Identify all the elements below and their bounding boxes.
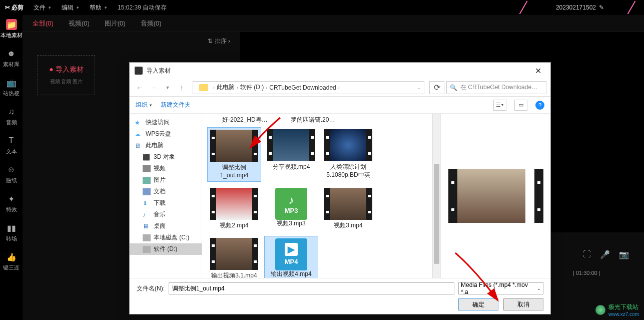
preview-thumbnail xyxy=(448,169,543,223)
scrollbar[interactable] xyxy=(432,114,440,278)
smiley-icon: ☻ xyxy=(6,48,17,59)
camera-icon[interactable]: 📷 xyxy=(619,250,629,259)
tab-image[interactable]: 图片(0) xyxy=(105,19,126,28)
edit-icon[interactable]: ✎ xyxy=(599,4,604,11)
sidebar-triple[interactable]: 👍键三连 xyxy=(0,251,23,271)
pc-icon: 🖥 xyxy=(135,142,143,149)
new-folder-button[interactable]: 新建文件夹 xyxy=(161,101,191,109)
file-label: 人类清除计划5.1080p.BD中英 xyxy=(322,163,374,179)
file-item[interactable]: 分享视频.mp4 xyxy=(264,127,318,182)
sidebar-hot-meme[interactable]: 📺站热梗 xyxy=(0,77,23,97)
scroll-thumb[interactable] xyxy=(434,164,439,264)
filetype-select[interactable]: Media Files (*.mp4 *.mov *.a⌄ xyxy=(458,282,543,294)
folder-tree: ★快速访问 ☁WPS云盘 🖥此电脑 ⬛3D 对象 视频 图片 文档 ⬇下载 ♪音… xyxy=(130,114,202,278)
nav-forward-icon[interactable]: → xyxy=(148,82,160,94)
refresh-button[interactable]: ⟳ xyxy=(429,81,444,94)
crumb-pc[interactable]: 此电脑 xyxy=(217,83,235,92)
accent-decoration xyxy=(627,1,636,15)
tree-quick-access[interactable]: ★快速访问 xyxy=(130,117,202,128)
nav-up-icon[interactable]: ↑ xyxy=(176,82,188,94)
tree-desktop[interactable]: 🖥桌面 xyxy=(130,220,202,232)
tree-music[interactable]: ♪音乐 xyxy=(130,209,202,220)
file-item[interactable]: 视频2.mp4 xyxy=(207,186,261,232)
filename-label: 文件名(N): xyxy=(137,284,165,293)
tree-documents[interactable]: 文档 xyxy=(130,186,202,197)
close-icon[interactable]: ✕ xyxy=(531,66,545,76)
menu-edit[interactable]: 编辑▼ xyxy=(62,4,80,12)
filename-input[interactable] xyxy=(169,282,454,294)
file-label: 视频3.mp4 xyxy=(334,222,362,230)
tree-3d-objects[interactable]: ⬛3D 对象 xyxy=(130,151,202,163)
video-thumbnail xyxy=(324,129,372,161)
folder-icon: 📁 xyxy=(6,19,17,30)
sidebar-material-lib[interactable]: ☻素材库 xyxy=(0,48,23,68)
sidebar-audio[interactable]: ♫音频 xyxy=(0,106,23,126)
left-sidebar: 📁本地素材 ☻素材库 📺站热梗 ♫音频 T文本 ☺贴纸 ✦特效 ▮▮转场 👍键三… xyxy=(0,15,23,320)
tab-video[interactable]: 视频(0) xyxy=(69,19,90,28)
crop-icon[interactable]: ⛶ xyxy=(583,250,591,259)
view-mode-button[interactable]: ☰ ▼ xyxy=(493,100,506,111)
plus-icon: ● 导入素材 xyxy=(49,65,83,74)
project-name[interactable]: 202302171502 ✎ xyxy=(556,4,604,11)
file-item[interactable]: MP3视频3.mp3 xyxy=(264,186,318,232)
tree-wps-cloud[interactable]: ☁WPS云盘 xyxy=(130,128,202,140)
transition-icon: ▮▮ xyxy=(6,222,17,233)
drive-icon xyxy=(143,246,151,253)
search-input[interactable]: 🔍 在 CRTubeGet Downloade… xyxy=(446,81,546,94)
import-sub: 视频 音频 图片 xyxy=(50,78,83,85)
import-dropzone[interactable]: ● 导入素材 视频 音频 图片 xyxy=(38,55,95,95)
video-thumbnail xyxy=(324,188,372,220)
thumb-icon: 👍 xyxy=(6,251,17,262)
sidebar-sticker[interactable]: ☺贴纸 xyxy=(0,164,23,184)
video-thumbnail xyxy=(210,188,258,220)
nav-back-icon[interactable]: ← xyxy=(134,82,146,94)
mic-icon[interactable]: 🎤 xyxy=(600,250,610,259)
sort-button[interactable]: ⇅ 排序 › xyxy=(208,37,230,46)
tab-all[interactable]: 全部(0) xyxy=(33,19,54,28)
sidebar-text[interactable]: T文本 xyxy=(0,135,23,155)
ok-button[interactable]: 确定 xyxy=(458,298,498,310)
file-label: 输出视频4.mp4 xyxy=(271,270,311,278)
menu-file[interactable]: 文件▼ xyxy=(34,4,52,12)
file-label: 输出视频3.1.mp4 xyxy=(211,272,257,278)
file-item[interactable]: 输出视频3.1.mp4 xyxy=(207,236,261,278)
sidebar-transition[interactable]: ▮▮转场 xyxy=(0,222,23,242)
file-list[interactable]: 好-2022_HD粤… 罗的匹诺曹.20… 调整比例1_out.mp4分享视频.… xyxy=(202,114,432,278)
mp4-icon: MP4 xyxy=(275,238,307,270)
crumb-drive[interactable]: 软件 (D:) xyxy=(240,83,264,92)
desktop-icon: 🖥 xyxy=(143,223,151,230)
video-thumbnail xyxy=(210,130,258,162)
music-icon: ♫ xyxy=(6,106,17,117)
tab-audio[interactable]: 音频(0) xyxy=(141,19,162,28)
tree-videos[interactable]: 视频 xyxy=(130,163,202,174)
sidebar-local-material[interactable]: 📁本地素材 xyxy=(0,19,23,39)
breadcrumb[interactable]: › 此电脑 › 软件 (D:) › CRTubeGet Downloaded ›… xyxy=(193,81,424,94)
nav-recent-icon[interactable]: ▼ xyxy=(162,82,174,94)
chevron-down-icon[interactable]: ⌄ xyxy=(417,85,421,90)
cancel-button[interactable]: 取消 xyxy=(503,298,543,310)
tree-drive-c[interactable]: 本地磁盘 (C:) xyxy=(130,232,202,243)
menu-help[interactable]: 帮助▼ xyxy=(90,4,108,12)
tree-pictures[interactable]: 图片 xyxy=(130,174,202,186)
preview-toggle-button[interactable]: ▭ xyxy=(514,100,527,111)
sidebar-effects[interactable]: ✦特效 xyxy=(0,193,23,213)
tree-this-pc[interactable]: 🖥此电脑 xyxy=(130,140,202,151)
tree-drive-d[interactable]: 软件 (D:) xyxy=(130,243,202,255)
watermark-logo-icon xyxy=(595,305,605,315)
timeline-ruler: | 01:30:00 | xyxy=(573,270,600,276)
timeline-controls: ⛶ 🎤 📷 xyxy=(583,250,629,259)
file-item[interactable]: 视频3.mp4 xyxy=(321,186,375,232)
file-item[interactable]: 调整比例1_out.mp4 xyxy=(207,127,261,182)
material-tabs: 全部(0) 视频(0) 图片(0) 音频(0) xyxy=(23,15,644,32)
organize-button[interactable]: 组织▼ xyxy=(136,101,153,109)
help-button[interactable]: ? xyxy=(535,101,544,110)
cube-icon: ⬛ xyxy=(143,154,151,161)
file-open-dialog: 导入素材 ✕ ← → ▼ ↑ › 此电脑 › 软件 (D:) › CRTubeG… xyxy=(129,62,551,314)
tree-downloads[interactable]: ⬇下载 xyxy=(130,197,202,209)
file-item[interactable]: 人类清除计划5.1080p.BD中英 xyxy=(321,127,375,182)
preview-pane xyxy=(440,114,550,278)
accent-decoration xyxy=(519,1,528,15)
dialog-footer: 文件名(N): Media Files (*.mp4 *.mov *.a⌄ 确定… xyxy=(130,278,550,314)
crumb-folder[interactable]: CRTubeGet Downloaded xyxy=(269,84,336,91)
file-item[interactable]: MP4输出视频4.mp4 xyxy=(264,236,318,278)
